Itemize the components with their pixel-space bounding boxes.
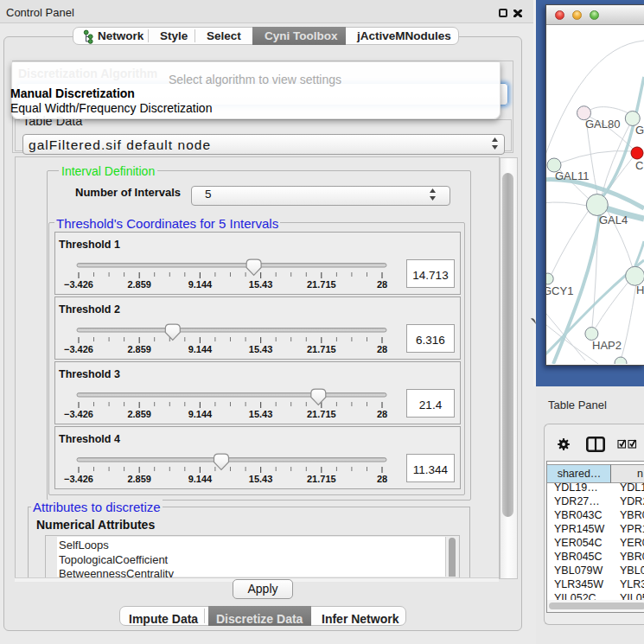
svg-text:28: 28: [377, 279, 387, 290]
svg-text:15.43: 15.43: [249, 279, 273, 290]
svg-text:−3.426: −3.426: [64, 474, 93, 484]
svg-text:15.43: 15.43: [249, 474, 273, 484]
svg-text:2.859: 2.859: [127, 279, 151, 290]
svg-text:9.144: 9.144: [188, 344, 213, 354]
svg-text:−3.426: −3.426: [64, 279, 93, 290]
svg-text:28: 28: [377, 409, 387, 419]
svg-text:21.715: 21.715: [307, 409, 336, 419]
svg-text:9.144: 9.144: [188, 474, 213, 484]
svg-text:HAP2: HAP2: [592, 339, 622, 352]
svg-text:21.715: 21.715: [307, 279, 336, 290]
svg-text:15.43: 15.43: [249, 344, 273, 354]
svg-text:−3.426: −3.426: [64, 344, 93, 354]
svg-text:GAL11: GAL11: [555, 169, 590, 182]
svg-text:GAL4: GAL4: [599, 214, 628, 226]
svg-text:21.715: 21.715: [307, 344, 336, 354]
svg-text:H: H: [636, 284, 644, 296]
svg-text:15.43: 15.43: [249, 409, 273, 419]
svg-text:C..: C..: [635, 159, 644, 172]
svg-text:GAL80: GAL80: [585, 118, 620, 131]
svg-text:GCY1: GCY1: [546, 284, 573, 297]
svg-text:28: 28: [377, 474, 387, 484]
svg-text:2.859: 2.859: [127, 409, 151, 419]
svg-text:2.859: 2.859: [127, 474, 151, 484]
svg-text:−3.426: −3.426: [64, 409, 93, 419]
svg-text:9.144: 9.144: [188, 409, 213, 419]
svg-text:2.859: 2.859: [127, 344, 151, 354]
svg-text:9.144: 9.144: [188, 279, 213, 290]
svg-text:28: 28: [377, 344, 387, 354]
svg-text:21.715: 21.715: [307, 474, 336, 484]
svg-text:G..: G..: [635, 124, 644, 137]
